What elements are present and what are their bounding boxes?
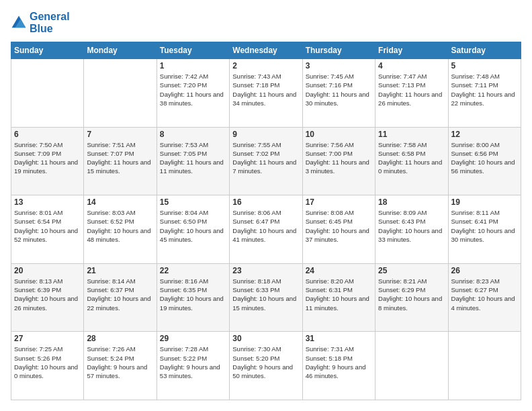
day-info: Sunrise: 8:14 AM Sunset: 6:37 PM Dayligh… (87, 277, 153, 312)
day-number: 24 (306, 266, 372, 275)
calendar-cell: 1Sunrise: 7:42 AM Sunset: 7:20 PM Daylig… (157, 59, 229, 128)
calendar-cell: 27Sunrise: 7:25 AM Sunset: 5:26 PM Dayli… (11, 332, 84, 400)
day-info: Sunrise: 7:56 AM Sunset: 7:00 PM Dayligh… (306, 140, 372, 176)
day-info: Sunrise: 8:13 AM Sunset: 6:39 PM Dayligh… (14, 277, 81, 312)
day-number: 10 (306, 130, 372, 139)
calendar-cell: 3Sunrise: 7:45 AM Sunset: 7:16 PM Daylig… (302, 59, 375, 128)
calendar-cell: 6Sunrise: 7:50 AM Sunset: 7:09 PM Daylig… (11, 127, 84, 195)
logo-text: General Blue (30, 11, 70, 35)
day-info: Sunrise: 8:20 AM Sunset: 6:31 PM Dayligh… (306, 277, 372, 312)
calendar-cell: 15Sunrise: 8:04 AM Sunset: 6:50 PM Dayli… (157, 195, 229, 264)
day-number: 27 (14, 334, 81, 343)
day-number: 21 (87, 266, 153, 275)
page: General Blue SundayMondayTuesdayWednesda… (0, 0, 532, 411)
day-number: 13 (14, 197, 81, 207)
day-info: Sunrise: 8:04 AM Sunset: 6:50 PM Dayligh… (160, 208, 226, 244)
day-info: Sunrise: 7:25 AM Sunset: 5:26 PM Dayligh… (14, 345, 81, 380)
day-number: 22 (160, 266, 226, 275)
logo-general: General (30, 11, 70, 23)
day-number: 19 (451, 197, 518, 207)
calendar-cell: 28Sunrise: 7:26 AM Sunset: 5:24 PM Dayli… (84, 332, 157, 400)
weekday-header: Sunday (11, 42, 84, 59)
calendar-cell: 31Sunrise: 7:31 AM Sunset: 5:18 PM Dayli… (302, 332, 375, 400)
weekday-header: Wednesday (230, 42, 302, 59)
day-info: Sunrise: 7:45 AM Sunset: 7:16 PM Dayligh… (306, 72, 372, 107)
day-info: Sunrise: 8:09 AM Sunset: 6:43 PM Dayligh… (378, 208, 445, 244)
calendar-cell: 23Sunrise: 8:18 AM Sunset: 6:33 PM Dayli… (230, 263, 302, 332)
weekday-header: Thursday (302, 42, 375, 59)
day-info: Sunrise: 8:00 AM Sunset: 6:56 PM Dayligh… (451, 140, 518, 176)
day-number: 30 (232, 334, 299, 343)
day-number: 5 (451, 61, 518, 71)
calendar-cell: 19Sunrise: 8:11 AM Sunset: 6:41 PM Dayli… (448, 195, 521, 264)
day-info: Sunrise: 7:42 AM Sunset: 7:20 PM Dayligh… (160, 72, 226, 107)
header: General Blue (11, 11, 521, 35)
weekday-header: Monday (84, 42, 157, 59)
day-info: Sunrise: 8:23 AM Sunset: 6:27 PM Dayligh… (451, 277, 518, 312)
day-number: 2 (232, 61, 299, 71)
day-number: 4 (378, 61, 445, 71)
calendar-cell: 24Sunrise: 8:20 AM Sunset: 6:31 PM Dayli… (302, 263, 375, 332)
calendar-cell: 14Sunrise: 8:03 AM Sunset: 6:52 PM Dayli… (84, 195, 157, 264)
weekday-header: Tuesday (157, 42, 229, 59)
day-number: 8 (160, 130, 226, 139)
day-info: Sunrise: 8:06 AM Sunset: 6:47 PM Dayligh… (232, 208, 299, 244)
day-info: Sunrise: 7:31 AM Sunset: 5:18 PM Dayligh… (306, 345, 372, 380)
day-number: 23 (232, 266, 299, 275)
day-info: Sunrise: 7:47 AM Sunset: 7:13 PM Dayligh… (378, 72, 445, 107)
day-number: 18 (378, 197, 445, 207)
calendar-cell: 21Sunrise: 8:14 AM Sunset: 6:37 PM Dayli… (84, 263, 157, 332)
calendar-cell: 25Sunrise: 8:21 AM Sunset: 6:29 PM Dayli… (375, 263, 448, 332)
day-number: 29 (160, 334, 226, 343)
day-info: Sunrise: 7:55 AM Sunset: 7:02 PM Dayligh… (232, 140, 299, 176)
day-number: 12 (451, 130, 518, 139)
day-info: Sunrise: 8:08 AM Sunset: 6:45 PM Dayligh… (306, 208, 372, 244)
calendar-cell: 2Sunrise: 7:43 AM Sunset: 7:18 PM Daylig… (230, 59, 302, 128)
calendar-cell (375, 332, 448, 400)
day-number: 9 (232, 130, 299, 139)
calendar-cell: 29Sunrise: 7:28 AM Sunset: 5:22 PM Dayli… (157, 332, 229, 400)
day-number: 3 (306, 61, 372, 71)
calendar-cell: 17Sunrise: 8:08 AM Sunset: 6:45 PM Dayli… (302, 195, 375, 264)
day-number: 25 (378, 266, 445, 275)
calendar-cell: 20Sunrise: 8:13 AM Sunset: 6:39 PM Dayli… (11, 263, 84, 332)
calendar-cell: 12Sunrise: 8:00 AM Sunset: 6:56 PM Dayli… (448, 127, 521, 195)
calendar-cell: 26Sunrise: 8:23 AM Sunset: 6:27 PM Dayli… (448, 263, 521, 332)
day-number: 6 (14, 130, 81, 139)
day-info: Sunrise: 7:30 AM Sunset: 5:20 PM Dayligh… (232, 345, 299, 380)
day-info: Sunrise: 8:16 AM Sunset: 6:35 PM Dayligh… (160, 277, 226, 312)
day-info: Sunrise: 7:58 AM Sunset: 6:58 PM Dayligh… (378, 140, 445, 176)
calendar-cell: 7Sunrise: 7:51 AM Sunset: 7:07 PM Daylig… (84, 127, 157, 195)
calendar-cell: 30Sunrise: 7:30 AM Sunset: 5:20 PM Dayli… (230, 332, 302, 400)
calendar-cell: 16Sunrise: 8:06 AM Sunset: 6:47 PM Dayli… (230, 195, 302, 264)
weekday-header: Saturday (448, 42, 521, 59)
logo-blue: Blue (30, 23, 70, 35)
day-number: 11 (378, 130, 445, 139)
day-info: Sunrise: 7:43 AM Sunset: 7:18 PM Dayligh… (232, 72, 299, 107)
day-number: 14 (87, 197, 153, 207)
calendar-cell (448, 332, 521, 400)
calendar-cell: 18Sunrise: 8:09 AM Sunset: 6:43 PM Dayli… (375, 195, 448, 264)
calendar-cell: 9Sunrise: 7:55 AM Sunset: 7:02 PM Daylig… (230, 127, 302, 195)
day-info: Sunrise: 8:21 AM Sunset: 6:29 PM Dayligh… (378, 277, 445, 312)
day-number: 1 (160, 61, 226, 71)
calendar-cell: 11Sunrise: 7:58 AM Sunset: 6:58 PM Dayli… (375, 127, 448, 195)
calendar-cell: 22Sunrise: 8:16 AM Sunset: 6:35 PM Dayli… (157, 263, 229, 332)
calendar-cell: 13Sunrise: 8:01 AM Sunset: 6:54 PM Dayli… (11, 195, 84, 264)
calendar-cell: 8Sunrise: 7:53 AM Sunset: 7:05 PM Daylig… (157, 127, 229, 195)
logo: General Blue (11, 11, 70, 35)
day-info: Sunrise: 7:53 AM Sunset: 7:05 PM Dayligh… (160, 140, 226, 176)
day-number: 31 (306, 334, 372, 343)
day-number: 15 (160, 197, 226, 207)
calendar-cell: 10Sunrise: 7:56 AM Sunset: 7:00 PM Dayli… (302, 127, 375, 195)
logo-icon (11, 15, 27, 31)
day-info: Sunrise: 7:50 AM Sunset: 7:09 PM Dayligh… (14, 140, 81, 176)
day-number: 16 (232, 197, 299, 207)
calendar-cell (11, 59, 84, 128)
calendar-table: SundayMondayTuesdayWednesdayThursdayFrid… (11, 42, 521, 400)
calendar-cell (84, 59, 157, 128)
day-info: Sunrise: 8:18 AM Sunset: 6:33 PM Dayligh… (232, 277, 299, 312)
calendar-cell: 5Sunrise: 7:48 AM Sunset: 7:11 PM Daylig… (448, 59, 521, 128)
day-info: Sunrise: 8:03 AM Sunset: 6:52 PM Dayligh… (87, 208, 153, 244)
day-number: 7 (87, 130, 153, 139)
